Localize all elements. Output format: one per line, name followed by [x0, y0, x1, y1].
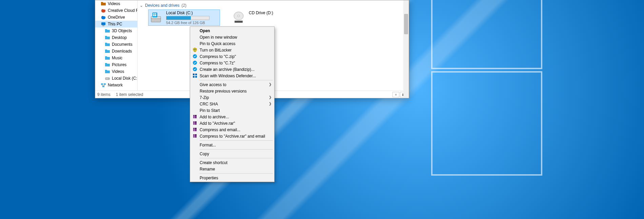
svg-rect-16 — [153, 13, 155, 15]
ctx-label: Compress to "C.7z" — [200, 61, 235, 65]
nav-label: Videos — [112, 69, 124, 74]
ctx-label: 7-Zip — [200, 95, 209, 100]
nav-item-local-disk-c-[interactable]: Local Disk (C:) — [95, 75, 137, 82]
ctx-open-in-new-window[interactable]: Open in new window — [191, 34, 274, 40]
ctx-pin-to-quick-access[interactable]: Pin to Quick access — [191, 40, 274, 47]
nav-item-onedrive[interactable]: OneDrive — [95, 14, 137, 21]
ctx-add-to-archive[interactable]: Add to archive... — [191, 114, 274, 120]
nav-item-downloads[interactable]: Downloads — [95, 48, 137, 55]
drive-subtext: 54.2 GB free of 126 GB — [166, 21, 209, 25]
svg-rect-45 — [195, 134, 195, 138]
nav-item-desktop[interactable]: Desktop — [95, 34, 137, 41]
svg-rect-18 — [153, 15, 155, 16]
folder-icon — [105, 35, 110, 40]
nav-label: Videos — [108, 1, 120, 6]
ctx-format[interactable]: Format... — [191, 142, 274, 148]
drives-group-header[interactable]: ⌄ Devices and drives (2) — [140, 2, 407, 9]
nav-item-creative-cloud-fil[interactable]: Creative Cloud Fil — [95, 7, 137, 14]
nav-item-documents[interactable]: Documents — [95, 41, 137, 48]
ctx-pin-to-start[interactable]: Pin to Start — [191, 107, 274, 114]
ctx-label: Compress to "C.zip" — [200, 54, 236, 59]
nav-label: This PC — [108, 22, 122, 26]
svg-rect-22 — [235, 21, 243, 23]
pc-icon — [101, 21, 106, 27]
nav-label: Downloads — [112, 49, 132, 54]
ctx-compress-and-email[interactable]: Compress and email... — [191, 126, 274, 133]
svg-rect-11 — [104, 83, 106, 85]
status-selected: 1 item selected — [116, 92, 143, 97]
ctx-create-shortcut[interactable]: Create shortcut — [191, 159, 274, 166]
context-menu: OpenOpen in new windowPin to Quick acces… — [190, 26, 275, 182]
nav-item-videos[interactable]: Videos — [95, 0, 137, 7]
folder-icon — [105, 55, 110, 61]
submenu-arrow-icon: ❯ — [269, 95, 271, 99]
svg-point-21 — [238, 15, 240, 17]
ctx-label: Create an archive (Bandizip)... — [200, 67, 255, 72]
shield-icon — [192, 47, 198, 53]
ctx-add-to-archive-rar[interactable]: Add to "Archive.rar" — [191, 120, 274, 126]
ctx-label: Properties — [200, 176, 218, 180]
nav-label: Documents — [112, 42, 133, 47]
ctx-create-an-archive-bandizip[interactable]: Create an archive (Bandizip)... — [191, 66, 274, 73]
folder-icon — [105, 42, 110, 47]
drive-cd-drive-d-[interactable]: CD Drive (D:) — [231, 10, 302, 25]
context-separator — [200, 158, 273, 158]
folder-icon — [105, 48, 110, 54]
nav-item-network[interactable]: Network — [95, 82, 137, 88]
context-separator — [200, 140, 273, 141]
ctx-give-access-to[interactable]: Give access to❯ — [191, 81, 274, 88]
svg-rect-12 — [102, 86, 104, 87]
ctx-turn-on-bitlocker[interactable]: Turn on BitLocker — [191, 47, 274, 53]
ctx-properties[interactable]: Properties — [191, 175, 274, 181]
folder-icon — [105, 62, 110, 67]
ctx-label: Add to "Archive.rar" — [200, 121, 235, 126]
ctx-label: Pin to Start — [200, 108, 220, 113]
usage-bar — [166, 16, 209, 20]
ctx-copy[interactable]: Copy — [191, 151, 274, 157]
ctx-compress-to-archive-rar-and-email[interactable]: Compress to "Archive.rar" and email — [191, 133, 274, 139]
svg-rect-6 — [101, 22, 105, 25]
ctx-label: Scan with Windows Defender... — [200, 74, 256, 78]
svg-rect-26 — [193, 74, 195, 75]
svg-rect-32 — [194, 115, 194, 118]
drive-name: Local Disk (C:) — [166, 11, 209, 15]
nav-item-pictures[interactable]: Pictures — [95, 61, 137, 68]
ctx-label: Restore previous versions — [200, 89, 247, 94]
rar-icon — [192, 133, 198, 139]
ctx-restore-previous-versions[interactable]: Restore previous versions — [191, 88, 274, 94]
status-items: 9 items — [97, 92, 110, 97]
svg-rect-17 — [155, 13, 156, 15]
svg-rect-19 — [155, 15, 156, 16]
chevron-down-icon: ⌄ — [140, 3, 143, 8]
ctx-compress-to-c-zip[interactable]: Compress to "C.zip" — [191, 53, 274, 60]
ctx-label: Give access to — [200, 82, 226, 87]
svg-rect-10 — [101, 83, 103, 85]
ctx-crc-sha[interactable]: CRC SHA❯ — [191, 101, 274, 107]
ctx-7-zip[interactable]: 7-Zip❯ — [191, 94, 274, 101]
defender-icon — [192, 73, 198, 78]
nav-label: Music — [112, 56, 122, 60]
nav-item-videos[interactable]: Videos — [95, 68, 137, 75]
ctx-scan-with-windows-defender[interactable]: Scan with Windows Defender... — [191, 73, 274, 79]
svg-rect-27 — [195, 74, 197, 75]
ctx-label: Add to archive... — [200, 115, 229, 119]
folder-icon — [101, 1, 106, 6]
rar-icon — [192, 114, 198, 119]
view-details-button[interactable]: ≡ — [393, 92, 399, 97]
submenu-arrow-icon: ❯ — [269, 102, 271, 105]
ctx-open[interactable]: Open — [191, 27, 274, 34]
drive-icon — [105, 76, 110, 81]
ctx-compress-to-c-7z[interactable]: Compress to "C.7z" — [191, 60, 274, 66]
context-separator — [200, 80, 273, 80]
svg-rect-36 — [194, 121, 194, 125]
nav-item-this-pc[interactable]: This PC — [95, 21, 137, 27]
svg-point-9 — [108, 78, 109, 79]
drive-local-disk-c-[interactable]: Local Disk (C:)54.2 GB free of 126 GB — [148, 10, 220, 25]
nav-item-music[interactable]: Music — [95, 55, 137, 61]
nav-item-3d-objects[interactable]: 3D Objects — [95, 27, 137, 34]
nav-pane[interactable]: VideosCreative Cloud FilOneDriveThis PC3… — [95, 0, 138, 91]
ctx-label: Turn on BitLocker — [200, 48, 232, 53]
blue-icon — [192, 60, 198, 65]
ctx-rename[interactable]: Rename — [191, 166, 274, 172]
ctx-label: Compress and email... — [200, 127, 240, 132]
